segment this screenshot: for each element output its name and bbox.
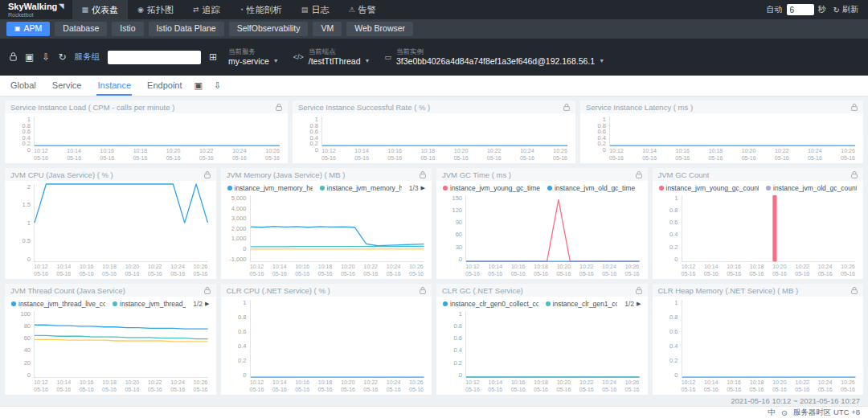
x-axis-tick: 10:1205-16 — [682, 264, 696, 277]
nav-item-trace[interactable]: ⇄追踪 — [183, 0, 230, 19]
chart-plot[interactable] — [250, 300, 424, 378]
x-axis: 10:1205-1610:1405-1610:1605-1610:1805-16… — [5, 378, 216, 395]
current-instance-select[interactable]: ▭ 当前实例 3f3e0bb4026a4d84a74f8ef1a3ef646d@… — [381, 47, 608, 67]
lock-icon[interactable] — [204, 287, 211, 294]
chart-plot[interactable] — [250, 195, 424, 262]
y-axis-tick: 60 — [440, 232, 462, 238]
legend-item[interactable]: instance_jvm_young_gc_time — [443, 184, 540, 192]
legend-item[interactable]: instance_jvm_thread_live_count — [11, 300, 105, 308]
dashboard-tab-istio[interactable]: Istio — [112, 22, 143, 36]
alarm-icon: ⚠ — [348, 6, 354, 14]
legend-item[interactable]: instance_jvm_thread_da — [113, 300, 186, 308]
chart-plot[interactable] — [682, 300, 856, 378]
nav-item-log[interactable]: ▤日志 — [292, 0, 339, 19]
dashboard-tab-selfobservability[interactable]: SelfObservability — [229, 22, 309, 36]
folder-icon[interactable]: ▣ — [194, 80, 203, 91]
lock-icon[interactable] — [851, 171, 858, 178]
chart-plot[interactable] — [465, 311, 640, 378]
nav-item-alarm[interactable]: ⚠告警 — [338, 0, 385, 19]
x-axis-tick: 10:1605-16 — [511, 379, 526, 393]
y-axis-tick: 1 — [440, 311, 462, 318]
y-axis-tick: 90 — [440, 219, 462, 226]
refresh-button[interactable]: ↻ 刷新 — [833, 4, 858, 15]
x-axis-tick: 10:1605-16 — [675, 148, 690, 162]
lock-icon[interactable] — [851, 287, 858, 294]
x-axis-tick: 10:1405-16 — [642, 148, 657, 162]
globe-icon: ⊙ — [781, 408, 788, 417]
chart-plot-area: 10.80.60.40.20 — [293, 113, 575, 146]
x-axis-tick: 10:2405-16 — [808, 148, 822, 162]
chart-title: JVM Thread Count (Java Service) — [10, 286, 125, 295]
lock-icon[interactable] — [276, 104, 282, 111]
legend-item[interactable]: instance_jvm_old_gc_count — [766, 184, 857, 192]
folder-icon[interactable]: ▣ — [25, 52, 34, 62]
chart-plot[interactable] — [34, 311, 208, 378]
chart-panel: CLR CPU (.NET Service) ( % )10.80.60.40.… — [220, 283, 433, 395]
download-icon[interactable]: ⇩ — [42, 52, 50, 62]
dashboard-tab-istio-data-plane[interactable]: Istio Data Plane — [149, 22, 224, 36]
nav-item-topology[interactable]: ◉拓扑图 — [128, 0, 183, 19]
lock-icon[interactable] — [636, 287, 642, 294]
chart-plot-area: 5,0004,0003,0002,0001,0000-1,000 — [221, 192, 432, 262]
current-service-select[interactable]: 当前服务 my-service ▼ — [225, 47, 282, 67]
x-axis-tick: 10:2605-16 — [625, 264, 640, 277]
x-axis-tick: 10:2605-16 — [194, 264, 208, 277]
selector-toolbar: ▣ ⇩ ↻ 服务组 ⊞ 当前服务 my-service ▼ </> 当前端点 /… — [0, 39, 868, 76]
reload-icon[interactable]: ↻ — [58, 52, 66, 62]
x-axis-tick: 10:2605-16 — [265, 148, 280, 162]
x-axis-tick: 10:2605-16 — [625, 379, 640, 393]
chart-plot[interactable] — [682, 195, 856, 262]
chart-plot[interactable] — [34, 117, 280, 146]
scope-tab-service[interactable]: Service — [51, 76, 83, 96]
lock-icon[interactable] — [420, 171, 426, 178]
calendar-icon[interactable]: ⊞ — [209, 52, 217, 62]
legend-pagination[interactable]: 1/3▶ — [409, 184, 425, 192]
current-service-value: my-service — [228, 56, 269, 67]
chart-plot[interactable] — [34, 184, 208, 262]
y-axis-tick: -1,000 — [224, 256, 247, 263]
dashboard-tab-database[interactable]: Database — [55, 22, 107, 36]
scope-tab-instance[interactable]: Instance — [96, 76, 132, 96]
lock-icon[interactable] — [204, 171, 211, 178]
legend-item[interactable]: instance_jvm_old_gc_time — [547, 184, 635, 192]
legend-item[interactable]: instance_clr_gen1_colle — [546, 300, 618, 308]
x-axis-tick: 10:1605-16 — [80, 264, 94, 277]
dashboard-tab-apm[interactable]: ▣APM — [6, 22, 50, 36]
scope-tab-global[interactable]: Global — [10, 76, 37, 96]
x-axis: 10:1205-1610:1405-1610:1605-1610:1805-16… — [221, 378, 432, 395]
scope-tab-endpoint[interactable]: Endpoint — [146, 76, 182, 96]
chart-plot[interactable] — [465, 195, 640, 262]
footer-bar: 中 ⊙ 服务器时区 UTC +8 — [0, 406, 868, 418]
service-group-input[interactable] — [108, 51, 201, 64]
current-endpoint-select[interactable]: </> 当前端点 /testTtlThread ▼ — [290, 47, 374, 67]
legend-pagination[interactable]: 1/2▶ — [193, 300, 209, 308]
lock-icon[interactable] — [563, 104, 570, 111]
chart-plot[interactable] — [609, 117, 855, 146]
lock-icon[interactable] — [420, 287, 426, 294]
chart-panel: JVM GC Countinstance_jvm_young_gc_counti… — [652, 167, 865, 280]
legend-item[interactable]: instance_jvm_young_gc_count — [659, 184, 760, 192]
lock-icon[interactable] — [636, 171, 642, 178]
dashboard-tab-vm[interactable]: VM — [313, 22, 342, 36]
legend-pagination[interactable]: 1/2▶ — [624, 300, 641, 308]
x-axis-tick: 10:2205-16 — [148, 264, 162, 277]
download-icon[interactable]: ⇩ — [214, 80, 221, 91]
legend-item[interactable]: instance_jvm_memory_heap — [227, 184, 313, 192]
y-axis-tick: 0 — [8, 256, 31, 263]
auto-refresh-interval-input[interactable] — [787, 4, 814, 15]
x-axis-tick: 10:2205-16 — [199, 148, 214, 162]
lock-icon[interactable] — [851, 104, 858, 111]
nav-item-dashboard[interactable]: ▦仪表盘 — [72, 0, 129, 19]
nav-item-profile[interactable]: ◔性能剖析 — [229, 0, 291, 19]
dashboard-tab-web-browser[interactable]: Web Browser — [346, 22, 413, 36]
chart-plot[interactable] — [321, 117, 567, 146]
legend-item[interactable]: instance_jvm_memory_hea — [320, 184, 402, 192]
legend-item[interactable]: instance_clr_gen0_collect_count — [443, 300, 538, 308]
app-logo[interactable]: SkyWalking ◥ Rocketbot — [0, 0, 72, 19]
x-axis: 10:1205-1610:1405-1610:1605-1610:1805-16… — [293, 146, 575, 163]
language-toggle[interactable]: 中 — [768, 408, 776, 418]
x-axis-tick: 10:1805-16 — [102, 379, 117, 393]
chart-row: Service Instance Load ( CPM - calls per … — [4, 100, 864, 164]
legend-page-number: 1/3 — [409, 184, 419, 192]
lock-icon[interactable] — [10, 52, 17, 63]
